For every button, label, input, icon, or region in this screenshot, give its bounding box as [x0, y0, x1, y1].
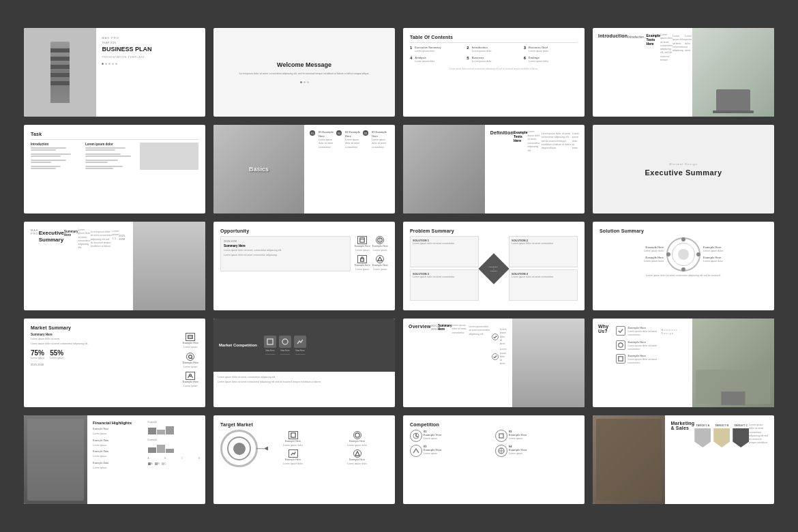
slide16-image	[692, 319, 774, 407]
slide17-content: Financial Highlights Example Here Lorem …	[87, 415, 205, 504]
svg-rect-11	[267, 339, 273, 344]
slide-toc: Table Of Contents 1 Executive SummaryLor…	[403, 28, 585, 117]
slide4-example: Example Texts Here	[647, 33, 661, 110]
slide12-circle	[666, 237, 700, 271]
toc-item-3: 3 Business GoalLorem ipsum dolor	[524, 46, 578, 53]
problem-center-diamond: PROBLEM&Summary	[478, 253, 509, 284]
svg-point-12	[282, 339, 288, 344]
slide-overview: Overview 2025-2030 Summary Here Lorem ip…	[403, 319, 585, 407]
slide13-icons: Example Here Lorem ipsum Example Here Lo…	[183, 333, 198, 389]
slide19-items: 01Example HereLorem ipsum 02Example Here…	[410, 430, 578, 457]
toc-item-1: 1 Executive SummaryLorem ipsum dolor	[410, 46, 464, 53]
slide-why-us: Why Us? Example HereLorem ipsum dolor si…	[593, 319, 774, 407]
slide-definition: Definition Example Texts Here Lorem ipsu…	[403, 125, 585, 213]
svg-rect-19	[499, 434, 503, 438]
slide18-items: Example Here Lorem ipsum dolor Example H…	[262, 431, 388, 467]
slide10-summary-box: 2028-2030 Summary Here Lorem ipsum dolor…	[220, 236, 351, 271]
slide15-content: Overview 2025-2030 Summary Here Lorem ip…	[403, 319, 512, 407]
slide4-title: Introduction	[598, 33, 627, 108]
slide6-content: 01 01 Example HereLorem ipsum dolor sit …	[304, 125, 395, 213]
slide12-items-left: Example HereLorem ipsum dolor Example He…	[600, 246, 664, 263]
slide1-year: YEAR 2025	[102, 41, 200, 44]
slide17-bars: Example Example A B	[148, 421, 200, 499]
svg-rect-4	[361, 258, 364, 261]
slide-solution-summary: Solution Summary Example HereLorem ipsum…	[593, 222, 774, 310]
slide2-title: Welcome Message	[277, 61, 331, 68]
slide-market-summary: Market Summary Summary Here Lorem ipsum …	[24, 319, 205, 407]
slide1-title: BUSINESS PLAN	[102, 46, 200, 53]
slide20-content: Marketing & Sales TARGET A TARGET B TARG…	[665, 415, 774, 504]
slide-task: Task Introduction Lorem ipsum dolor	[24, 125, 205, 213]
slide14-light: Lorem ipsum dolor sit amet, consectetur …	[213, 372, 395, 389]
slide5-col2: Lorem ipsum dolor	[85, 143, 136, 170]
slide9-content: MAK PRO Executive Summary Summary Here L…	[24, 222, 133, 310]
svg-point-16	[355, 432, 359, 437]
slide10-icons: Example Here Lorem ipsum Example Here Lo…	[355, 236, 388, 271]
svg-marker-5	[378, 256, 382, 261]
toc-item-6: 6 EndingsLorem ipsum dolor	[524, 56, 578, 63]
slide3-title: Table Of Contents	[410, 35, 578, 40]
toc-item-2: 2 IntroductionLorem ipsum dolor	[467, 46, 520, 53]
toc-item-5: 5 BusinessLorem ipsum dolor	[467, 56, 520, 63]
slide13-content: Summary Here Lorem ipsum dolor sit amet.…	[31, 333, 179, 389]
slide7-image	[403, 125, 485, 213]
slide1-image	[24, 28, 96, 117]
slide4-subtitle: Introduction...	[627, 35, 646, 109]
slide20-image	[593, 415, 665, 504]
svg-marker-17	[355, 452, 359, 456]
slide12-items-right: Example HereLorem ipsum dolor Example He…	[703, 246, 767, 263]
slide-financial-highlights: Financial Highlights Example Here Lorem …	[24, 415, 205, 504]
slide-competition: Competition 01Example HereLorem ipsum 02…	[403, 415, 585, 504]
svg-rect-15	[291, 432, 295, 437]
slide1-content: MAK PRO YEAR 2025 BUSINESS PLAN PRESENTA…	[96, 28, 205, 117]
slide-welcome: Welcome Message Lorem ipsum dolor sit am…	[213, 28, 395, 117]
slide16-content: Why Us? Example HereLorem ipsum dolor si…	[593, 319, 692, 407]
slides-grid: MAK PRO YEAR 2025 BUSINESS PLAN PRESENTA…	[24, 21, 774, 511]
slide2-body: Lorem ipsum dolor sit amet, consectetur …	[234, 72, 375, 76]
slide-target-market: Target Market Example Here Lorem ipsum d…	[213, 415, 395, 504]
slide17-image	[24, 415, 87, 504]
slide-executive-summary-minimal: Minimal Design Executive Summary	[593, 125, 774, 213]
svg-rect-0	[360, 238, 364, 242]
slide-opportunity: Opportunity 2028-2030 Summary Here Lorem…	[213, 222, 395, 310]
slide-introduction: Introduction Introduction... Example Tex…	[593, 28, 774, 117]
slide-marketing-sales: Marketing & Sales TARGET A TARGET B TARG…	[593, 415, 774, 504]
slide9-image	[133, 222, 205, 310]
slide17-labels: Financial Highlights Example Here Lorem …	[93, 421, 145, 499]
slide1-brand: MAK PRO	[102, 36, 200, 40]
svg-rect-14	[619, 357, 623, 361]
slide4-content: Introduction Introduction... Example Tex…	[593, 28, 692, 117]
toc-item-4: 4 AnalysisLorem ipsum dolor	[410, 56, 464, 63]
slide-business-plan: MAK PRO YEAR 2025 BUSINESS PLAN PRESENTA…	[24, 28, 205, 117]
slide-market-competition: Market Competition Idea Here Lorem ipsum…	[213, 319, 395, 407]
slide20-targets: TARGET A TARGET B TARGET C	[694, 424, 749, 499]
slide1-subtitle: PRESENTATION TEMPLATE	[102, 55, 200, 59]
slide7-content: Definition Example Texts Here Lorem ipsu…	[485, 125, 585, 213]
svg-line-9	[192, 357, 193, 359]
slide5-image	[140, 143, 198, 170]
slide5-title: Task	[31, 132, 198, 136]
slide4-image	[692, 28, 774, 117]
slide6-image: Basics	[213, 125, 304, 213]
slide14-dark: Market Competition Idea Here Lorem ipsum…	[213, 319, 395, 372]
slide-executive-summary-2: MAK PRO Executive Summary Summary Here L…	[24, 222, 205, 310]
svg-point-13	[619, 342, 623, 346]
slide5-col1: Introduction	[31, 143, 81, 170]
slide4-body: Lorem ipsum dolor sit amet, consectetur …	[660, 33, 673, 111]
slide-problem-summary: Problem Summary SOLUTION 1 Lorem ipsum d…	[403, 222, 585, 310]
slide15-image	[512, 319, 585, 407]
slide-basics: Basics 01 01 Example HereLorem ipsum dol…	[213, 125, 395, 213]
slide18-target	[220, 430, 258, 467]
